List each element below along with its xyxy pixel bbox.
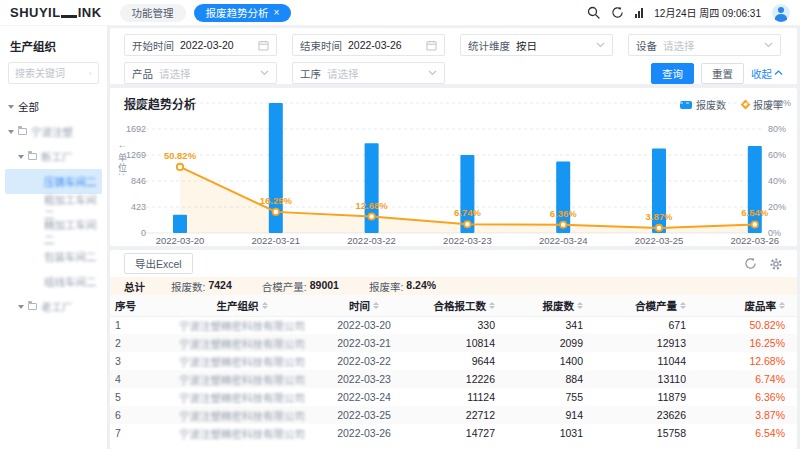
line-point	[752, 221, 758, 227]
sidebar-tree-item-1[interactable]: 宁波注塑	[5, 119, 102, 144]
sort-icon[interactable]	[262, 302, 268, 309]
column-header-5[interactable]: 合模产量	[588, 295, 691, 316]
summary-key: 报废数:	[171, 279, 205, 294]
collapse-button[interactable]: 收起	[751, 66, 783, 81]
point-label: 3.87%	[646, 211, 673, 222]
refresh-icon[interactable]	[611, 6, 624, 19]
column-label: 报废数	[543, 298, 575, 313]
caret-down-icon[interactable]	[8, 130, 14, 134]
cell-scrap-rate: 50.82%	[691, 316, 797, 334]
summary-value: 7424	[208, 279, 231, 294]
filter-start-time[interactable]: 开始时间2022-03-20	[124, 34, 277, 56]
filter-label: 结束时间	[300, 38, 342, 53]
sidebar-search-input[interactable]	[15, 68, 85, 79]
cell-index: 4	[110, 370, 160, 388]
cell-organization: 宁波注塑精密科技有限公司	[160, 316, 324, 334]
table-toolbar: 导出Excel	[110, 250, 797, 277]
cell-scrap-rate: 6.74%	[691, 370, 797, 388]
user-avatar[interactable]	[772, 4, 790, 22]
refresh-icon[interactable]	[744, 257, 757, 270]
sidebar-tree-item-3[interactable]: 压铸车间二	[5, 169, 102, 194]
left-axis-tick: 1269	[126, 150, 146, 160]
cell-scrap-rate: 6.36%	[691, 388, 797, 406]
point-label: 6.36%	[550, 208, 577, 219]
sort-icon[interactable]	[680, 302, 686, 309]
tab-label: 功能管理	[132, 5, 174, 20]
brand-logo: SHUYILINK	[10, 5, 102, 20]
column-header-1[interactable]: 生产组织	[160, 295, 324, 316]
cell-scrap-rate: 16.25%	[691, 334, 797, 352]
right-axis-tick: 40%	[768, 176, 786, 186]
table-row-4: 4宁波注塑精密科技有限公司2022-03-2312226884131106.74…	[110, 370, 797, 388]
main-content: 开始时间2022-03-20结束时间2022-03-26统计维度按日设备请选择 …	[108, 26, 800, 449]
filter-label: 设备	[636, 38, 657, 53]
tab-0[interactable]: 功能管理	[120, 4, 186, 22]
sidebar-tree-item-5[interactable]: 精加工车间二	[5, 219, 102, 244]
export-excel-button[interactable]: 导出Excel	[124, 253, 193, 274]
sort-icon[interactable]	[779, 302, 785, 309]
filter-value: 2022-03-26	[348, 39, 420, 51]
chevron-down-icon	[596, 42, 605, 48]
calendar-icon	[426, 40, 437, 51]
filter-device[interactable]: 设备请选择	[628, 34, 781, 56]
cell-scrap-count: 755	[500, 388, 588, 406]
filter-value: 请选择	[663, 38, 758, 53]
cell-qualified-count: 9644	[404, 352, 500, 370]
sidebar-tree-item-0[interactable]: 全部	[5, 94, 102, 119]
close-icon[interactable]: ×	[274, 8, 280, 18]
column-header-4[interactable]: 报废数	[500, 295, 588, 316]
point-label: 16.25%	[260, 195, 293, 206]
org-tree: 全部宁波注塑新工厂压铸车间二粗加工车间二精加工车间二包装车间二组线车间二老工厂	[0, 94, 107, 319]
sidebar-tree-item-8[interactable]: 老工厂	[5, 294, 102, 319]
sort-icon[interactable]	[489, 302, 495, 309]
reset-button[interactable]: 重置	[701, 63, 744, 84]
sidebar-tree-item-7[interactable]: 组线车间二	[5, 269, 102, 294]
filter-label: 统计维度	[468, 38, 510, 53]
sidebar-tree-item-4[interactable]: 粗加工车间二	[5, 194, 102, 219]
caret-down-icon[interactable]	[8, 105, 14, 109]
sidebar-tree-item-6[interactable]: 包装车间二	[5, 244, 102, 269]
filter-stat-dimension[interactable]: 统计维度按日	[460, 34, 613, 56]
caret-down-icon[interactable]	[18, 305, 24, 309]
sort-icon[interactable]	[577, 302, 583, 309]
query-button[interactable]: 查询	[651, 63, 694, 84]
sidebar-search-box[interactable]	[8, 62, 99, 84]
right-axis-tick: 60%	[768, 150, 786, 160]
cell-scrap-count: 914	[500, 406, 588, 424]
filter-product[interactable]: 产品请选择	[124, 62, 277, 84]
table-row-6: 6宁波注塑精密科技有限公司2022-03-2522712914236263.87…	[110, 406, 797, 424]
table-row-7: 7宁波注塑精密科技有限公司2022-03-26147271031157586.5…	[110, 424, 797, 442]
x-axis-label: 2022-03-24	[539, 235, 588, 246]
left-axis-tick: 1692	[126, 124, 146, 134]
cell-scrap-count: 1400	[500, 352, 588, 370]
table-row-5: 5宁波注塑精密科技有限公司2022-03-2411124755118796.36…	[110, 388, 797, 406]
filter-process[interactable]: 工序请选择	[292, 62, 445, 84]
summary-item-2: 报废率:8.24%	[369, 279, 436, 294]
sort-icon[interactable]	[373, 302, 379, 309]
tab-1[interactable]: 报废趋势分析×	[194, 4, 292, 22]
x-axis-label: 2022-03-25	[635, 235, 684, 246]
chevron-down-icon	[260, 70, 269, 76]
cell-organization: 宁波注塑精密科技有限公司	[160, 370, 324, 388]
column-header-2[interactable]: 时间	[324, 295, 404, 316]
sidebar-tree-item-2[interactable]: 新工厂	[5, 144, 102, 169]
cell-index: 7	[110, 424, 160, 442]
filter-label: 工序	[300, 66, 321, 81]
settings-gear-icon[interactable]	[769, 257, 783, 271]
cell-mold-output: 12913	[588, 334, 691, 352]
table-row-1: 1宁波注塑精密科技有限公司2022-03-2033034167150.82%	[110, 316, 797, 334]
column-header-3[interactable]: 合格报工数	[404, 295, 500, 316]
x-axis-label: 2022-03-22	[347, 235, 396, 246]
filter-end-time[interactable]: 结束时间2022-03-26	[292, 34, 445, 56]
chevron-up-icon	[774, 70, 783, 76]
column-header-6[interactable]: 废品率	[691, 295, 797, 316]
network-signal-icon[interactable]	[635, 7, 643, 18]
column-label: 废品率	[745, 298, 777, 313]
cell-time: 2022-03-24	[324, 388, 404, 406]
caret-down-icon[interactable]	[18, 155, 24, 159]
search-icon[interactable]	[587, 6, 600, 19]
x-axis-label: 2022-03-23	[443, 235, 492, 246]
filter-buttons: 查询重置收起	[651, 63, 783, 84]
tree-item-label: 宁波注塑	[31, 124, 73, 139]
column-label: 时间	[349, 298, 370, 313]
